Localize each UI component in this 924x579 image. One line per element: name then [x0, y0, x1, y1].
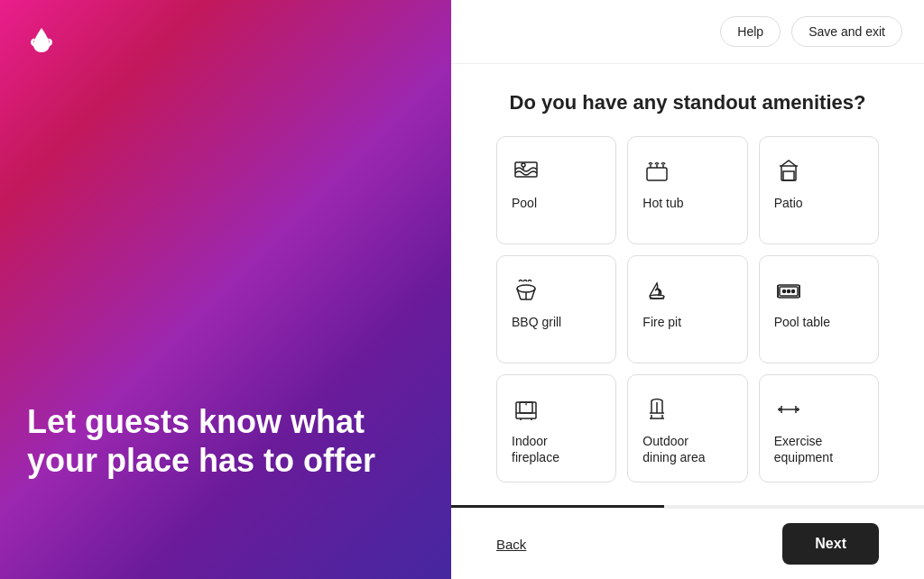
main-content: Do you have any standout amenities? Pool	[451, 64, 924, 505]
amenity-label-bbq: BBQ grill	[512, 314, 561, 330]
fire-pit-icon	[642, 276, 671, 305]
exercise-icon	[774, 395, 803, 424]
amenity-card-patio[interactable]: Patio	[759, 136, 879, 244]
svg-point-10	[791, 290, 794, 293]
amenity-label-outdoor-dining: Outdoor dining area	[642, 433, 705, 465]
progress-bar	[451, 505, 924, 508]
amenity-card-hot-tub[interactable]: Hot tub	[627, 136, 747, 244]
svg-point-4	[517, 285, 535, 292]
bbq-icon	[512, 276, 541, 305]
svg-rect-3	[783, 171, 794, 180]
next-button[interactable]: Next	[782, 523, 879, 565]
amenity-card-outdoor-dining[interactable]: Outdoor dining area	[627, 374, 747, 482]
back-button[interactable]: Back	[496, 537, 526, 552]
left-tagline: Let guests know what your place has to o…	[27, 402, 424, 480]
amenity-label-exercise: Exercise equipment	[774, 433, 833, 465]
patio-icon	[774, 157, 803, 186]
svg-point-1	[522, 163, 525, 167]
amenities-grid: Pool Hot tub	[496, 136, 879, 482]
hot-tub-icon	[642, 157, 671, 186]
pool-table-icon	[774, 276, 803, 305]
bottom-bar: Back Next	[451, 508, 924, 579]
amenity-card-exercise[interactable]: Exercise equipment	[759, 374, 879, 482]
svg-point-9	[787, 290, 790, 293]
svg-point-8	[782, 290, 785, 293]
airbnb-logo	[27, 27, 424, 62]
save-exit-button[interactable]: Save and exit	[791, 16, 902, 47]
svg-rect-2	[647, 168, 667, 180]
amenity-label-fire-pit: Fire pit	[642, 314, 681, 330]
amenity-card-bbq[interactable]: BBQ grill	[496, 255, 616, 363]
amenity-card-pool[interactable]: Pool	[496, 136, 616, 244]
top-bar: Help Save and exit	[451, 0, 924, 64]
amenity-label-pool-table: Pool table	[774, 314, 830, 330]
pool-icon	[512, 157, 541, 186]
progress-fill	[451, 505, 664, 508]
right-panel: Help Save and exit Do you have any stand…	[451, 0, 924, 579]
amenity-label-patio: Patio	[774, 195, 803, 211]
left-panel: Let guests know what your place has to o…	[0, 0, 451, 579]
page-title: Do you have any standout amenities?	[496, 91, 879, 115]
amenity-label-hot-tub: Hot tub	[642, 195, 683, 211]
outdoor-dining-icon	[642, 395, 671, 424]
amenity-card-indoor-fireplace[interactable]: Indoor fireplace	[496, 374, 616, 482]
amenity-label-indoor-fireplace: Indoor fireplace	[512, 433, 559, 465]
help-button[interactable]: Help	[720, 16, 781, 47]
amenity-card-fire-pit[interactable]: Fire pit	[627, 255, 747, 363]
indoor-fireplace-icon	[512, 395, 541, 424]
amenity-label-pool: Pool	[512, 195, 537, 211]
amenity-card-pool-table[interactable]: Pool table	[759, 255, 879, 363]
